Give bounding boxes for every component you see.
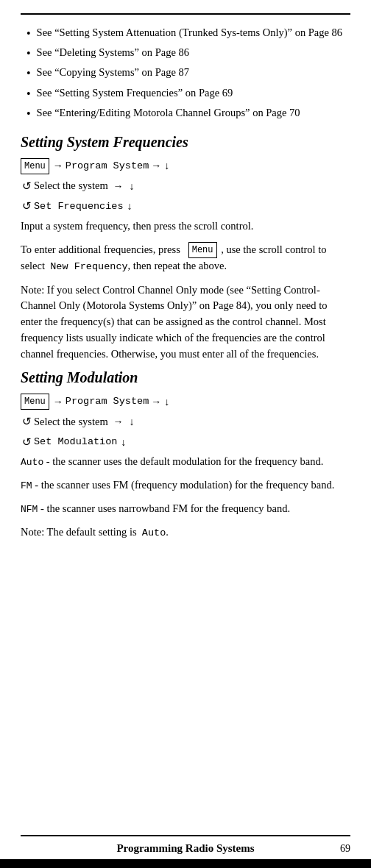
section2-heading: Setting Modulation [21, 369, 350, 386]
list-item: See “Entering/Editing Motorola Channel G… [21, 105, 350, 122]
section1-instruction2: ↺ Select the system → ↓ [22, 178, 350, 195]
list-item: See “Setting System Attenuation (Trunked… [21, 25, 350, 42]
program-system-1: Program System [66, 159, 149, 174]
section1-body2: To enter additional frequencies, press M… [21, 242, 350, 275]
section2-instruction1: Menu → Program System → ↓ [21, 394, 350, 410]
bullet-text-3: See “Setting System Frequencies” on Page… [37, 85, 233, 101]
scroll-icon-3: ↺ [22, 413, 32, 430]
down-arrow-1: ↓ [164, 158, 169, 174]
program-system-2: Program System [66, 394, 149, 409]
down-arrow-6: ↓ [118, 435, 126, 450]
auto-label: Auto [21, 457, 43, 468]
fm-line: FM - the scanner uses FM (frequency modu… [21, 477, 350, 494]
list-item: See “Deleting Systems” on Page 86 [21, 45, 350, 62]
arrow-2: → [151, 158, 161, 174]
note-mono: Auto [142, 527, 166, 538]
section2-note: Note: The default setting is Auto. [21, 524, 350, 541]
section1-note: Note: If you select Control Channel Only… [21, 282, 350, 363]
menu-box-3: Menu [21, 394, 49, 410]
select-system-2: Select the system [34, 414, 108, 430]
scroll-icon-2: ↺ [22, 198, 32, 215]
fm-label: FM [21, 480, 32, 491]
down-arrow-5: ↓ [129, 414, 134, 430]
set-frequencies: Set Frequencies [34, 199, 124, 214]
scroll-icon-1: ↺ [22, 178, 32, 195]
down-arrow-3: ↓ [124, 199, 132, 214]
section1-instruction1: Menu → Program System → ↓ [21, 158, 350, 174]
bullet-list: See “Setting System Attenuation (Trunked… [21, 25, 350, 122]
auto-line: Auto - the scanner uses the default modu… [21, 454, 350, 470]
bullet-text-0: See “Setting System Attenuation (Trunked… [37, 25, 343, 40]
note-part2: . [166, 526, 169, 538]
down-arrow-2: ↓ [129, 179, 134, 194]
nfm-label: NFM [21, 504, 38, 515]
arrow-3: → [110, 179, 127, 194]
section1-heading: Setting System Frequencies [21, 134, 350, 151]
footer-label: Programming Radio Systems [116, 842, 254, 854]
menu-box-1: Menu [21, 158, 49, 174]
top-border [21, 13, 350, 15]
fm-body: - the scanner uses FM (frequency modulat… [32, 479, 335, 491]
nfm-line: NFM - the scanner uses narrowband FM for… [21, 501, 350, 517]
arrow-5: → [151, 394, 161, 410]
arrow-1: → [53, 158, 63, 174]
bottom-bar [0, 859, 371, 868]
section1-instruction3: ↺ Set Frequencies ↓ [22, 198, 350, 215]
down-arrow-4: ↓ [164, 394, 169, 410]
body2-part1: To enter additional frequencies, press [21, 243, 180, 255]
bullet-text-2: See “Copying Systems” on Page 87 [37, 65, 189, 80]
page-number: 69 [340, 843, 350, 855]
nfm-body: - the scanner uses narrowband FM for the… [38, 502, 290, 514]
section2-instruction2: ↺ Select the system → ↓ [22, 413, 350, 430]
list-item: See “Copying Systems” on Page 87 [21, 65, 350, 82]
body2-part3: , then repeat the above. [128, 260, 227, 271]
arrow-4: → [53, 394, 63, 410]
arrow-6: → [110, 414, 127, 430]
bullet-text-4: See “Entering/Editing Motorola Channel G… [37, 105, 300, 121]
section1-body1: Input a system frequency, then press the… [21, 218, 350, 235]
select-system-1: Select the system [34, 178, 108, 194]
auto-body: - the scanner uses the default modulatio… [43, 455, 323, 467]
footer: Programming Radio Systems 69 [21, 835, 350, 855]
list-item: See “Setting System Frequencies” on Page… [21, 85, 350, 102]
new-frequency: New Frequency [50, 261, 127, 272]
section2-instruction3: ↺ Set Modulation ↓ [22, 434, 350, 451]
note-part1: Note: The default setting is [21, 526, 137, 538]
scroll-icon-4: ↺ [22, 434, 32, 451]
page: See “Setting System Attenuation (Trunked… [0, 0, 371, 868]
menu-box-2: Menu [188, 242, 217, 258]
set-modulation: Set Modulation [34, 435, 117, 449]
bullet-text-1: See “Deleting Systems” on Page 86 [37, 45, 189, 60]
